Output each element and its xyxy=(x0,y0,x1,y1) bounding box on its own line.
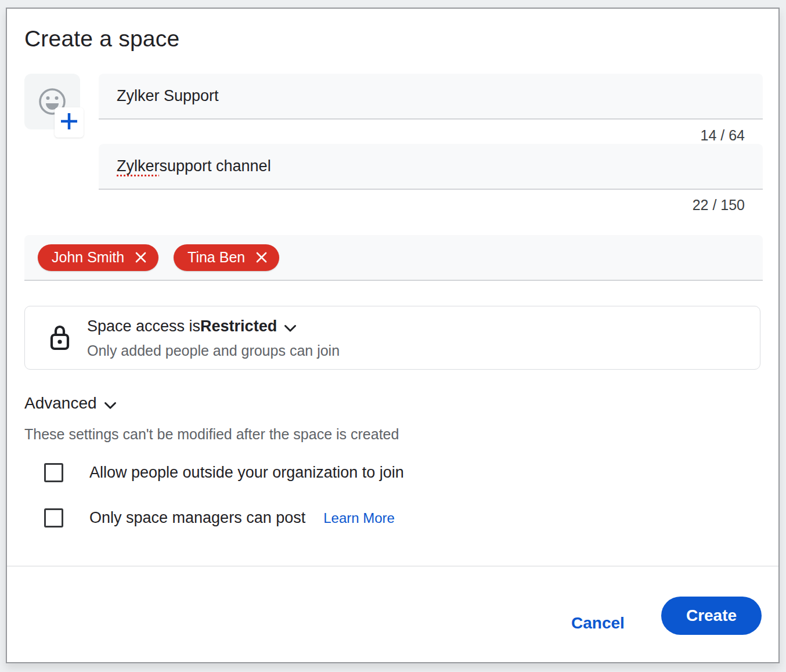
member-chip-label: Tina Ben xyxy=(188,249,245,266)
space-description-counter: 22 / 150 xyxy=(99,197,745,214)
space-access-description: Only added people and groups can join xyxy=(87,342,340,359)
member-chip[interactable]: Tina Ben xyxy=(174,244,279,271)
member-chip-label: John Smith xyxy=(52,249,124,266)
members-field[interactable]: John Smith Tina Ben xyxy=(24,235,763,281)
space-access-section: Space access is Restricted Only added pe… xyxy=(24,306,760,370)
close-icon xyxy=(255,251,268,263)
chevron-down-icon xyxy=(104,395,117,414)
space-access-prefix: Space access is xyxy=(87,317,200,335)
create-space-dialog: Create a space Zylker Support 14 / 64 Z xyxy=(6,8,780,663)
space-name-value: Zylker Support xyxy=(117,87,219,105)
space-description-value: support channel xyxy=(160,157,271,175)
remove-member-button[interactable] xyxy=(135,251,147,263)
advanced-note: These settings can't be modified after t… xyxy=(24,426,399,443)
cancel-button[interactable]: Cancel xyxy=(554,604,641,642)
learn-more-link[interactable]: Learn More xyxy=(323,510,395,526)
allow-outside-org-label: Allow people outside your organization t… xyxy=(89,464,404,482)
page-title: Create a space xyxy=(24,26,179,52)
managers-only-post-checkbox[interactable] xyxy=(44,508,63,528)
footer-divider xyxy=(7,566,778,566)
chevron-down-icon xyxy=(284,319,297,337)
allow-outside-org-checkbox[interactable] xyxy=(44,463,63,482)
managers-only-post-label: Only space managers can post xyxy=(89,509,305,527)
member-chip[interactable]: John Smith xyxy=(38,244,158,271)
space-access-selector[interactable]: Space access is Restricted xyxy=(87,316,340,337)
remove-member-button[interactable] xyxy=(255,251,268,263)
option-row: Allow people outside your organization t… xyxy=(44,463,404,482)
space-avatar-picker[interactable] xyxy=(24,74,80,129)
space-access-value: Restricted xyxy=(200,317,277,335)
advanced-label: Advanced xyxy=(24,394,97,413)
space-name-counter: 14 / 64 xyxy=(99,127,745,144)
advanced-toggle[interactable]: Advanced xyxy=(24,392,117,414)
space-name-input[interactable]: Zylker Support xyxy=(99,74,763,120)
misspelled-word: Zylker xyxy=(117,157,160,175)
plus-icon xyxy=(60,112,78,133)
add-avatar-button[interactable] xyxy=(55,107,84,138)
space-description-input[interactable]: Zylker support channel xyxy=(99,144,763,190)
lock-icon xyxy=(49,324,71,351)
create-button[interactable]: Create xyxy=(661,597,762,635)
close-icon xyxy=(135,251,147,263)
option-row: Only space managers can post Learn More xyxy=(44,508,395,528)
